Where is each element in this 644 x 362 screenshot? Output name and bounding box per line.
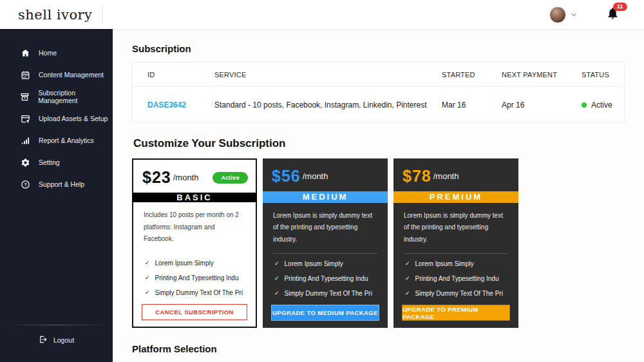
status-badge: Active [591,100,612,110]
plan-features: ✓Lorem Ipsum Simply ✓Printing And Typese… [393,259,518,305]
plan-description: Lorem Ipsum is simply dummy text of the … [393,203,518,246]
subscription-id-link[interactable]: DASE3642 [147,100,214,110]
feature-item: ✓Printing And Typesetting Indu [274,275,379,282]
upload-icon [20,113,30,124]
pricing-cards: $23 /month Active BASIC Includes 10 post… [132,158,518,328]
sidebar-item-label: Support & Help [39,180,84,188]
plan-card-basic: $23 /month Active BASIC Includes 10 post… [132,158,257,328]
table-header-row: ID SERVICE STARTED NEXT PAYMENT STATUS [133,62,624,87]
notification-badge: 11 [613,3,627,11]
check-icon: ✓ [405,290,410,297]
subscription-title: Subscription [132,43,625,54]
sidebar-divider [5,325,108,325]
cancel-subscription-button[interactable]: CANCEL SUBSCRIPTION [142,304,247,320]
feature-label: Printing And Typesetting Indu [285,275,368,282]
table-row: DASE3642 Standard - 10 posts, Facebook, … [133,87,624,122]
platform-selection-title: Platform Selection [132,343,625,354]
next-payment-cell: Apr 16 [502,100,582,110]
check-icon: ✓ [405,260,410,267]
sidebar-item-content-management[interactable]: Content Management [0,64,113,86]
gear-icon [20,157,30,167]
feature-label: Lorem Ipsum Simply [155,260,214,267]
feature-item: ✓Lorem Ipsum Simply [274,260,379,267]
svg-text:?: ? [24,182,26,187]
plan-features: ✓Lorem Ipsum Simply ✓Printing And Typese… [263,259,388,305]
sidebar-item-home[interactable]: Home [0,42,113,64]
active-badge: Active [213,172,248,184]
plan-card-premium: $78 /month PREMIUM Lorem Ipsum is simply… [393,158,518,328]
price-row: $78 /month [393,158,518,191]
upgrade-premium-button[interactable]: UPGRADE TO PREMIUM PACKAGE [402,305,510,321]
sidebar-item-support-help[interactable]: ? Support & Help [0,173,113,195]
plan-price: $78 [402,167,431,186]
feature-item: ✓Printing And Typesetting Indu [145,274,247,281]
plan-period: /month [303,171,328,181]
feature-item: ✓Lorem Ipsum Simply [405,260,509,267]
app-logo: shell ivory [18,7,92,23]
bar-chart-icon [20,135,30,146]
sidebar-item-subscription-management[interactable]: Subscription Management [0,86,113,108]
logout-icon [39,335,48,345]
sidebar-item-setting[interactable]: Setting [0,151,113,173]
check-icon: ✓ [145,289,150,296]
feature-item: ✓Simply Dummy Text Of The Pri [145,289,247,296]
feature-label: Printing And Typesetting Indu [155,274,239,281]
feature-item: ✓Lorem Ipsum Simply [145,260,247,267]
plan-description: Lorem Ipsum is simply dummy text of the … [263,203,388,246]
started-cell: Mar 16 [442,100,502,110]
calendar-icon [20,70,30,80]
plan-name-band: PREMIUM [393,191,518,203]
plan-price: $56 [272,167,301,186]
help-icon: ? [20,179,30,189]
status-dot [582,102,587,108]
customize-title: Customize Your Subscription [133,137,625,150]
check-icon: ✓ [145,274,150,281]
check-icon: ✓ [274,290,279,297]
price-row: $56 /month [263,158,388,191]
card-divider [273,253,377,254]
check-icon: ✓ [274,260,279,267]
service-cell: Standard - 10 posts, Facebook, Instagram… [214,100,442,110]
sidebar-item-label: Content Management [39,71,104,79]
subscription-table: ID SERVICE STARTED NEXT PAYMENT STATUS D… [132,62,625,123]
notifications-button[interactable]: 11 [606,6,620,23]
avatar[interactable] [549,6,566,23]
feature-label: Lorem Ipsum Simply [285,260,343,267]
feature-item: ✓Simply Dummy Text Of The Pri [405,290,509,297]
plan-description: Includes 10 posts per month on 2 platfor… [133,202,256,245]
upgrade-medium-button[interactable]: UPGRADE TO MEDIUM PACKAGE [271,305,379,321]
col-header-status: STATUS [582,71,624,79]
archive-icon [20,91,30,102]
sidebar-item-label: Setting [39,158,60,166]
status-cell: Active [582,100,624,110]
chevron-down-icon[interactable] [570,11,578,19]
plan-price: $23 [142,168,171,187]
feature-item: ✓Simply Dummy Text Of The Pri [274,290,379,297]
feature-label: Lorem Ipsum Simply [415,260,474,267]
logo-divider [102,6,103,23]
price-row: $23 /month Active [133,160,256,193]
check-icon: ✓ [405,275,410,282]
plan-period: /month [173,173,199,182]
sidebar: Home Content Management Subscription Man… [0,29,113,362]
feature-label: Simply Dummy Text Of The Pri [155,289,243,296]
logout-label: Logout [53,336,74,344]
card-divider [404,253,508,254]
sidebar-item-report-analytics[interactable]: Report & Analytics [0,129,113,151]
sidebar-item-upload-assets[interactable]: Upload Assets & Setup [0,108,113,129]
col-header-id: ID [147,71,214,79]
feature-label: Simply Dummy Text Of The Pri [415,290,503,297]
home-icon [20,48,30,58]
feature-label: Simply Dummy Text Of The Pri [285,290,372,297]
col-header-service: SERVICE [214,71,442,79]
plan-card-medium: $56 /month MEDIUM Lorem Ipsum is simply … [263,158,388,328]
feature-item: ✓Printing And Typesetting Indu [405,275,509,282]
col-header-next-payment: NEXT PAYMENT [502,71,582,79]
col-header-started: STARTED [442,71,502,79]
plan-name-band: BASIC [132,193,257,202]
feature-label: Printing And Typesetting Indu [415,275,499,282]
sidebar-item-label: Subscription Management [38,89,113,104]
check-icon: ✓ [274,275,279,282]
plan-features: ✓Lorem Ipsum Simply ✓Printing And Typese… [133,258,256,304]
logout-button[interactable]: Logout [0,335,113,345]
